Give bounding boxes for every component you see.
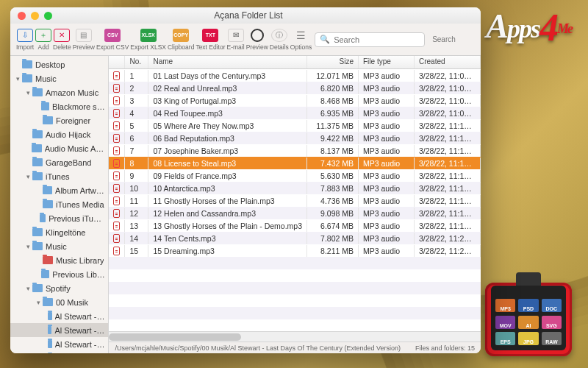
window-title: Açana Folder List	[24, 10, 473, 21]
table-row[interactable]: 101 Last Days of the Century.mp312.071 M…	[109, 69, 481, 82]
table-row[interactable]: 909 Fields of France.mp35.630 MBMP3 audi…	[109, 169, 481, 182]
tree-node[interactable]: iTunes Media	[10, 197, 108, 211]
search-field[interactable]: 🔍	[315, 32, 425, 47]
disclosure-icon[interactable]: ▾	[13, 75, 22, 82]
file-icon	[113, 84, 120, 93]
promo-badge: MP3PSDDOC MOVAISVG EPSJPGRAW	[485, 283, 572, 356]
table-row[interactable]: 707 Josephine Baker.mp38.137 MBMP3 audio…	[109, 144, 481, 157]
table-header[interactable]: No. Name Size File type Created	[109, 56, 481, 69]
tree-node[interactable]: Previous Libraries	[10, 267, 108, 281]
col-type[interactable]: File type	[359, 56, 415, 68]
options-button[interactable]: ☰Options	[290, 29, 312, 51]
cell-created: 3/28/22, 11:07 P	[415, 95, 481, 107]
file-icon	[113, 222, 120, 230]
file-icon	[113, 134, 120, 143]
tree-node[interactable]: ▾iTunes	[10, 169, 108, 183]
preview-button[interactable]: ▤Preview	[73, 29, 95, 51]
disclosure-icon[interactable]: ▾	[24, 243, 32, 250]
tree-label: Previous Libraries	[52, 270, 105, 279]
table-row[interactable]: 1111 Ghostly Horses of the Plain.mp34.73…	[109, 194, 481, 207]
tree-label: Music Library	[56, 256, 104, 265]
cell-name: 01 Last Days of the Century.mp3	[148, 70, 307, 82]
tree-node[interactable]: Al Stewart - Last Days Of The Ce...	[10, 323, 108, 337]
tree-node[interactable]: GarageBand	[10, 155, 108, 169]
tree-node[interactable]: Foreigner	[10, 113, 108, 127]
cell-no: 8	[125, 158, 148, 169]
tree-node[interactable]: Previous iTunes Libraries	[10, 211, 108, 225]
details-button[interactable]: ⓘDetails	[270, 29, 289, 51]
table-row[interactable]: 1313 Ghostly Horses of the Plain - Demo.…	[109, 219, 481, 232]
cell-size: 5.630 MB	[307, 170, 359, 182]
tree-node[interactable]: ▾Music	[10, 239, 108, 253]
tree-label: Music	[35, 74, 57, 83]
cell-created: 3/28/22, 11:17 P	[415, 195, 481, 207]
cell-no: 9	[125, 170, 148, 182]
tree-node[interactable]: Audio Music Apps	[10, 141, 108, 155]
tree-node[interactable]: Blackmore s Night	[10, 99, 108, 113]
delete-button[interactable]: ✕Delete	[53, 29, 71, 51]
cell-size: 6.820 MB	[307, 82, 359, 94]
cell-created: 3/28/22, 11:16 P	[415, 183, 481, 194]
tree-node[interactable]: ▾Spotify	[10, 281, 108, 295]
disclosure-icon[interactable]: ▾	[24, 285, 32, 292]
cell-no: 2	[125, 82, 148, 94]
tree-node[interactable]: Music Library	[10, 253, 108, 267]
disclosure-icon[interactable]: ▾	[34, 299, 43, 306]
tree-node[interactable]: ▾Amazon Music	[10, 85, 108, 99]
table-row[interactable]: 505 Where Are They Now.mp311.375 MBMP3 a…	[109, 119, 481, 132]
table-row[interactable]: 404 Red Toupee.mp36.935 MBMP3 audio3/28/…	[109, 107, 481, 119]
cell-type: MP3 audio	[359, 120, 415, 132]
cell-no: 11	[125, 195, 148, 207]
export-xlsx-button[interactable]: XLSXExport XLSX	[130, 29, 166, 51]
tree-node[interactable]: Al Stewart - Russians & America...	[10, 337, 108, 351]
add-button[interactable]: ＋Add	[35, 29, 51, 51]
file-icon	[113, 121, 120, 130]
cell-type: MP3 audio	[359, 220, 415, 232]
folder-icon	[32, 172, 43, 180]
tree-node[interactable]: Desktop	[10, 57, 108, 71]
table-row[interactable]: 808 License to Steal.mp37.432 MBMP3 audi…	[109, 157, 481, 169]
disclosure-icon[interactable]: ▾	[24, 89, 32, 96]
col-size[interactable]: Size	[307, 56, 359, 68]
table-row[interactable]: 1212 Helen and Cassandra.mp39.098 MBMP3 …	[109, 207, 481, 219]
import-button[interactable]: ⇩Import	[16, 29, 34, 51]
tree-node[interactable]: Al Stewart - 24 Carrots (40th Ann...	[10, 309, 108, 323]
folder-tree[interactable]: Desktop▾Music▾Amazon MusicBlackmore s Ni…	[10, 56, 109, 353]
table-row[interactable]: 606 Bad Reputation.mp39.422 MBMP3 audio3…	[109, 132, 481, 144]
email-button[interactable]: ✉E-mail	[227, 29, 245, 51]
cell-size: 12.071 MB	[307, 70, 359, 82]
tree-node[interactable]: ▾Music	[10, 71, 108, 85]
search-input[interactable]	[334, 35, 435, 44]
table-row[interactable]: 303 King of Portugal.mp38.468 MBMP3 audi…	[109, 94, 481, 107]
cell-size: 7.802 MB	[307, 233, 359, 244]
titlebar[interactable]: Açana Folder List	[10, 7, 481, 24]
col-created[interactable]: Created	[415, 56, 481, 68]
horizontal-scrollbar[interactable]	[109, 331, 481, 342]
cell-size: 8.211 MB	[307, 245, 359, 257]
table-row[interactable]: 1414 Ten Cents.mp37.802 MBMP3 audio3/28/…	[109, 232, 481, 244]
tree-node[interactable]: Audio Hijack	[10, 127, 108, 141]
disclosure-icon[interactable]: ▾	[24, 173, 32, 180]
preview2-button[interactable]: Preview	[246, 29, 268, 51]
cell-name: 12 Helen and Cassandra.mp3	[148, 208, 307, 219]
clipboard-button[interactable]: COPYClipboard	[168, 29, 194, 51]
folder-icon	[22, 74, 32, 82]
cell-type: MP3 audio	[359, 183, 415, 194]
tree-node[interactable]: Album Artwork	[10, 183, 108, 197]
col-name[interactable]: Name	[148, 56, 307, 68]
tree-node[interactable]: ▾00 Musik	[10, 295, 108, 309]
table-row[interactable]: 202 Real and Unreal.mp36.820 MBMP3 audio…	[109, 82, 481, 94]
tree-node[interactable]: Al Stewart - Time Passages (Expa...	[10, 351, 108, 353]
file-icon	[113, 197, 120, 205]
col-no[interactable]: No.	[125, 56, 148, 68]
table-row[interactable]: 1010 Antarctica.mp37.883 MBMP3 audio3/28…	[109, 182, 481, 194]
cell-created: 3/28/22, 11:21 P	[415, 233, 481, 244]
table-row[interactable]: 1515 Dreaming.mp38.211 MBMP3 audio3/28/2…	[109, 244, 481, 257]
text-editor-button[interactable]: TXTText Editor	[196, 29, 225, 51]
cell-size: 6.674 MB	[307, 220, 359, 232]
tree-label: Al Stewart - Russians & America...	[55, 340, 106, 349]
cell-name: 03 King of Portugal.mp3	[148, 95, 307, 107]
tree-node[interactable]: Klingeltöne	[10, 225, 108, 239]
table-body[interactable]: 101 Last Days of the Century.mp312.071 M…	[109, 69, 481, 331]
export-csv-button[interactable]: CSVExport CSV	[96, 29, 129, 51]
